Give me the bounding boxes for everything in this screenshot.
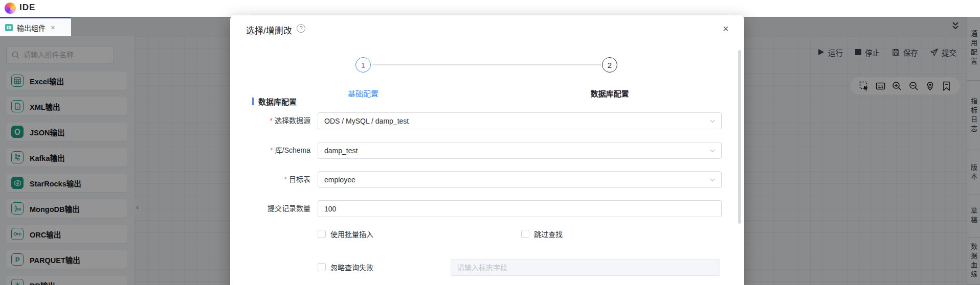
checkbox-icon[interactable] (318, 263, 326, 271)
field-target-table: *目标表 employee (230, 171, 744, 188)
datasource-select[interactable]: ODS / MySQL / damp_test (318, 112, 722, 129)
app-header: IDE (0, 0, 980, 17)
app-logo-icon (5, 3, 16, 14)
step-1-circle: 1 (355, 57, 371, 73)
checkbox-icon[interactable] (318, 230, 326, 238)
checkbox-icon[interactable] (521, 230, 529, 238)
step-1-label[interactable]: 基础配置 (322, 88, 404, 99)
stepper-connector (373, 64, 601, 65)
dialog-title: 选择/增删改 (246, 23, 292, 36)
step-2-label[interactable]: 数据库配置 (569, 88, 651, 99)
required-asterisk: * (270, 116, 273, 125)
tab-close-icon[interactable]: × (51, 23, 55, 31)
commit-count-input[interactable] (318, 200, 722, 217)
app-title: IDE (19, 3, 35, 13)
required-asterisk: * (270, 146, 273, 154)
tab-output-component[interactable]: DI 输出组件 × (0, 17, 71, 36)
field-schema: *库/Schema damp_test (230, 142, 744, 159)
flag-field-input[interactable] (451, 259, 720, 276)
section-header: 数据库配置 (252, 96, 297, 107)
chevron-down-icon (709, 148, 716, 154)
checkbox-batch-insert[interactable]: 使用批量插入 (318, 230, 373, 238)
help-icon[interactable]: ? (297, 24, 305, 33)
schema-select[interactable]: damp_test (318, 142, 722, 159)
field-datasource: *选择数据源 ODS / MySQL / damp_test (230, 112, 744, 129)
chevron-down-icon (709, 177, 716, 183)
field-commit-count: 提交记录数量 (230, 200, 744, 217)
tab-label: 输出组件 (17, 22, 46, 33)
step-2-circle: 2 (602, 57, 617, 73)
required-asterisk: * (284, 175, 287, 183)
section-accent-bar (252, 98, 254, 105)
dialog-close-icon[interactable]: × (723, 23, 729, 34)
checkbox-ignore-query-failure[interactable]: 忽略查询失败 (318, 263, 373, 271)
ide-window: IDE DI 输出组件 × 运行 停止 保存 提交 (0, 0, 980, 285)
chevron-down-icon (709, 118, 716, 124)
checkbox-skip-lookup[interactable]: 跳过查找 (521, 230, 563, 238)
select-crud-dialog: 选择/增删改 ? × 1 2 基础配置 数据库配置 数据库配置 *选择数据源 O… (230, 15, 744, 285)
target-table-select[interactable]: employee (318, 171, 722, 188)
dialog-scrollbar-thumb[interactable] (738, 50, 741, 224)
tab-di-badge: DI (5, 24, 13, 31)
